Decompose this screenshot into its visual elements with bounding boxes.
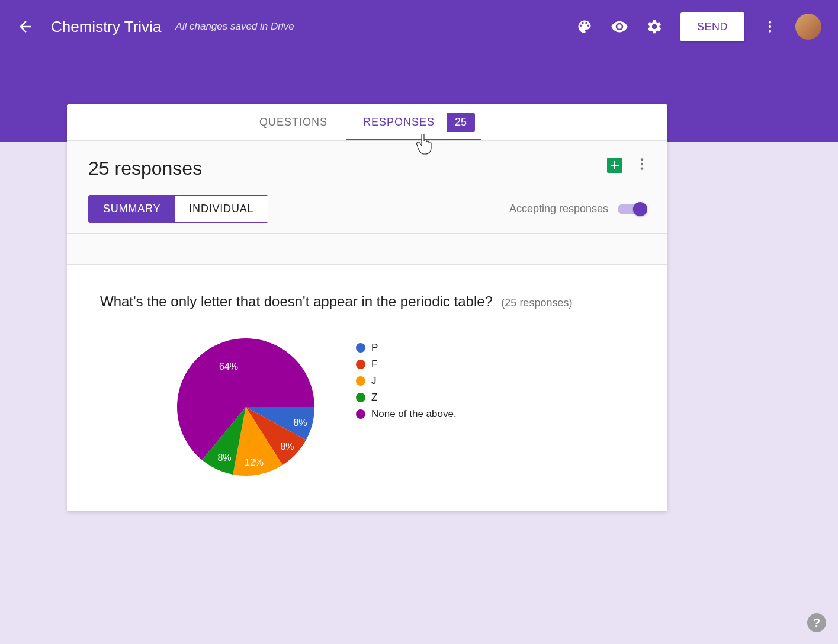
more-vert-icon[interactable] [762, 19, 778, 34]
user-avatar[interactable] [795, 14, 821, 40]
legend-label: Z [371, 392, 377, 403]
pie-chart: 64% 8% 8% 12% 8% [177, 338, 314, 476]
question-response-count: (25 responses) [501, 297, 572, 309]
send-button[interactable]: SEND [680, 12, 744, 41]
spacer [67, 234, 667, 265]
legend-label: F [371, 358, 377, 370]
accepting-label: Accepting responses [509, 203, 608, 215]
question-section: What's the only letter that doesn't appe… [67, 265, 667, 511]
chart-legend: P F J Z None of the above. [356, 338, 457, 425]
responses-menu-icon[interactable] [634, 156, 650, 174]
preview-eye-icon[interactable] [611, 18, 628, 36]
accepting-responses-control: Accepting responses [509, 203, 646, 215]
toggle-knob [633, 202, 647, 216]
legend-label: J [371, 375, 377, 387]
save-status: All changes saved in Drive [175, 21, 294, 33]
legend-swatch [356, 360, 365, 369]
legend-item: Z [356, 392, 457, 403]
question-title: What's the only letter that doesn't appe… [100, 293, 493, 309]
help-button[interactable]: ? [807, 613, 826, 632]
legend-label: None of the above. [371, 408, 457, 420]
tab-questions[interactable]: QUESTIONS [259, 104, 328, 140]
settings-gear-icon[interactable] [646, 18, 663, 35]
svg-point-4 [641, 163, 643, 165]
legend-swatch [356, 409, 365, 419]
main-card: QUESTIONS RESPONSES 25 25 responses SUMM… [67, 104, 667, 511]
legend-item: P [356, 342, 457, 354]
responses-header: 25 responses SUMMARY INDIVIDUAL Acceptin… [67, 141, 667, 234]
legend-swatch [356, 343, 365, 353]
sheets-icon[interactable] [607, 158, 622, 173]
palette-icon[interactable] [576, 18, 593, 35]
legend-swatch [356, 393, 365, 402]
legend-label: P [371, 342, 378, 354]
legend-item: F [356, 358, 457, 370]
legend-item: None of the above. [356, 408, 457, 420]
tab-bar: QUESTIONS RESPONSES 25 [67, 104, 667, 141]
legend-item: J [356, 375, 457, 387]
responses-count-label: 25 responses [88, 158, 646, 180]
responses-count-badge: 25 [447, 113, 475, 132]
svg-point-2 [769, 30, 771, 32]
svg-point-0 [769, 21, 771, 23]
individual-tab[interactable]: INDIVIDUAL [175, 196, 268, 222]
svg-point-1 [769, 25, 771, 28]
tab-responses[interactable]: RESPONSES [363, 104, 435, 140]
back-arrow-icon[interactable] [17, 18, 34, 36]
view-toggle: SUMMARY INDIVIDUAL [88, 195, 268, 223]
summary-tab[interactable]: SUMMARY [89, 196, 175, 222]
legend-swatch [356, 376, 365, 386]
chart-wrap: 64% 8% 8% 12% 8% P F J [100, 338, 634, 476]
svg-point-3 [641, 158, 643, 161]
header-bar: Chemistry Trivia All changes saved in Dr… [0, 0, 838, 53]
svg-point-5 [641, 167, 643, 169]
form-title[interactable]: Chemistry Trivia [51, 18, 161, 36]
accepting-toggle[interactable] [618, 204, 646, 214]
header-actions: SEND [576, 12, 821, 41]
